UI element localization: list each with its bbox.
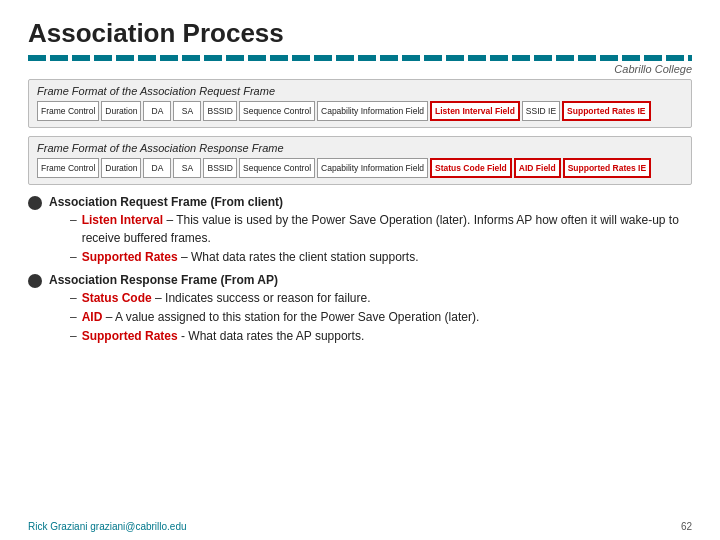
sub-bullet-rest: - What data rates the AP supports. <box>178 329 365 343</box>
frame-box: SA <box>173 158 201 178</box>
sub-bullet-text: Listen Interval – This value is used by … <box>82 211 692 247</box>
frame-box: Frame Control <box>37 101 99 121</box>
frame-box: SA <box>173 101 201 121</box>
frame2-label: Frame Format of the Association Response… <box>37 142 683 154</box>
footer: Rick Graziani graziani@cabrillo.edu 62 <box>28 521 692 532</box>
cabrillo-label: Cabrillo College <box>28 63 692 75</box>
frame-box: Supported Rates IE <box>562 101 650 121</box>
bullet-main: Association Request Frame (From client)–… <box>28 193 692 268</box>
frame-box: Status Code Field <box>430 158 512 178</box>
frame-box: Duration <box>101 158 141 178</box>
sub-dash: – <box>70 327 77 345</box>
sub-bullet-rest: – This value is used by the Power Save O… <box>82 213 679 245</box>
frame1-section: Frame Format of the Association Request … <box>28 79 692 128</box>
sub-bullet-rest: – Indicates success or reason for failur… <box>152 291 371 305</box>
frame-box: Supported Rates IE <box>563 158 651 178</box>
footer-page: 62 <box>681 521 692 532</box>
sub-bullet: –AID – A value assigned to this station … <box>70 308 692 326</box>
sub-dash: – <box>70 248 77 266</box>
colored-term: Supported Rates <box>82 250 178 264</box>
colored-term: Supported Rates <box>82 329 178 343</box>
frame2-boxes: Frame ControlDurationDASABSSIDSequence C… <box>37 158 683 178</box>
bullet-main-text: Association Response Frame (From AP) <box>49 273 278 287</box>
frame-box: Capability Information Field <box>317 101 428 121</box>
frame2-section: Frame Format of the Association Response… <box>28 136 692 185</box>
frame-box: AID Field <box>514 158 561 178</box>
frame-box: BSSID <box>203 158 237 178</box>
frame-box: Capability Information Field <box>317 158 428 178</box>
colored-term: Status Code <box>82 291 152 305</box>
bullet-text: Association Response Frame (From AP)–Sta… <box>49 271 692 347</box>
frame-box: Sequence Control <box>239 101 315 121</box>
bullet-dot <box>28 274 42 288</box>
frame-box: BSSID <box>203 101 237 121</box>
frame-box: Listen Interval Field <box>430 101 520 121</box>
frame-box: SSID IE <box>522 101 560 121</box>
sub-bullet-text: AID – A value assigned to this station f… <box>82 308 480 326</box>
colored-term: AID <box>82 310 103 324</box>
sub-dash: – <box>70 308 77 326</box>
sub-bullet: –Listen Interval – This value is used by… <box>70 211 692 247</box>
bullet-dot <box>28 196 42 210</box>
sub-bullet-rest: – What data rates the client station sup… <box>178 250 419 264</box>
frame1-label: Frame Format of the Association Request … <box>37 85 683 97</box>
bullets-section: Association Request Frame (From client)–… <box>28 193 692 347</box>
sub-dash: – <box>70 211 77 229</box>
sub-dash: – <box>70 289 77 307</box>
frame-box: DA <box>143 158 171 178</box>
sub-bullet-rest: – A value assigned to this station for t… <box>102 310 479 324</box>
footer-left: Rick Graziani graziani@cabrillo.edu <box>28 521 187 532</box>
sub-bullet-text: Status Code – Indicates success or reaso… <box>82 289 371 307</box>
cabrillo-bar <box>28 55 692 61</box>
bullet-text: Association Request Frame (From client)–… <box>49 193 692 268</box>
frame-box: Frame Control <box>37 158 99 178</box>
sub-bullet: –Supported Rates – What data rates the c… <box>70 248 692 266</box>
frame-box: Duration <box>101 101 141 121</box>
sub-bullet: –Status Code – Indicates success or reas… <box>70 289 692 307</box>
sub-bullets: –Listen Interval – This value is used by… <box>70 211 692 266</box>
frame1-boxes: Frame ControlDurationDASABSSIDSequence C… <box>37 101 683 121</box>
frame-box: Sequence Control <box>239 158 315 178</box>
sub-bullet: –Supported Rates - What data rates the A… <box>70 327 692 345</box>
sub-bullets: –Status Code – Indicates success or reas… <box>70 289 692 345</box>
bullet-main-text: Association Request Frame (From client) <box>49 195 283 209</box>
slide-title: Association Process <box>28 18 692 49</box>
colored-term: Listen Interval <box>82 213 163 227</box>
slide: Association Process Cabrillo College Fra… <box>0 0 720 540</box>
bullet-main: Association Response Frame (From AP)–Sta… <box>28 271 692 347</box>
frame-box: DA <box>143 101 171 121</box>
sub-bullet-text: Supported Rates – What data rates the cl… <box>82 248 419 266</box>
sub-bullet-text: Supported Rates - What data rates the AP… <box>82 327 365 345</box>
